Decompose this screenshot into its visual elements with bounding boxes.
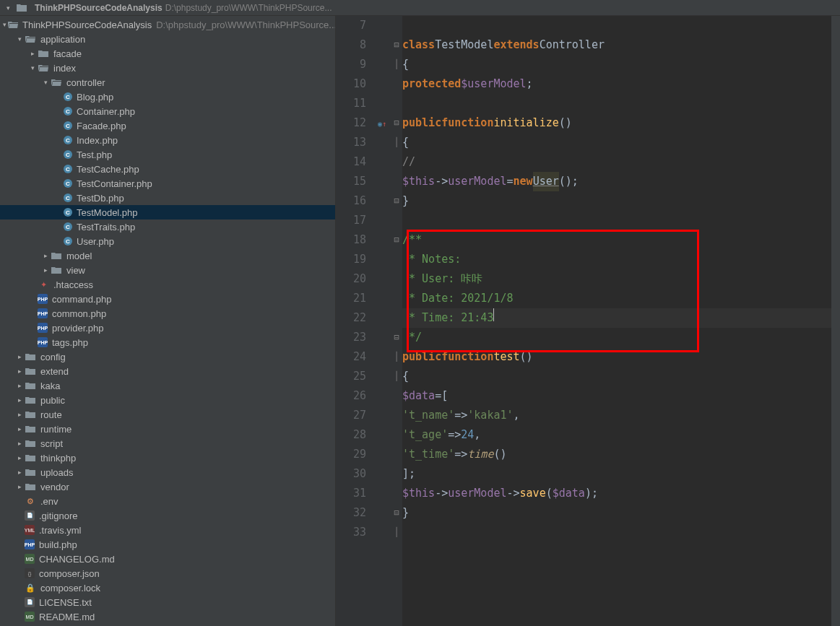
code-line[interactable]: protected $userModel; (402, 74, 831, 94)
tree-item[interactable]: ▾ThinkPHPSourceCodeAnalysisD:\phpstudy_p… (0, 17, 335, 32)
tree-item[interactable]: ▸CTestModel.php (0, 205, 335, 219)
tree-item[interactable]: ▸uploads (0, 465, 335, 479)
chevron-right-icon[interactable]: ▸ (42, 266, 49, 274)
chevron-down-icon[interactable]: ▾ (4, 4, 12, 12)
code-line[interactable]: public function test () (402, 347, 831, 367)
chevron-down-icon[interactable]: ▾ (3, 21, 7, 28)
code-line[interactable]: } (402, 503, 831, 523)
code-editor[interactable]: 7891011121314151617181920212223242526272… (336, 16, 840, 626)
tree-item[interactable]: ▸thinkphp (0, 451, 335, 465)
tree-item[interactable]: ▸📄LICENSE.txt (0, 595, 335, 609)
code-line[interactable]: * Date: 2021/1/8 (402, 289, 831, 308)
tree-item[interactable]: ▸⚙.env (0, 494, 335, 508)
chevron-right-icon[interactable]: ▸ (42, 252, 49, 259)
tree-item-label: ThinkPHPSourceCodeAnalysis (22, 19, 152, 30)
code-line[interactable]: { (402, 367, 831, 386)
tree-item[interactable]: ▸MDREADME.md (0, 609, 335, 624)
code-line[interactable]: public function initialize () (402, 113, 831, 133)
fold-toggle-icon[interactable]: ⊟ (391, 35, 402, 55)
tree-item[interactable]: ▸vendor (0, 479, 335, 494)
fold-toggle-icon[interactable]: ⊟ (391, 328, 402, 347)
code-line[interactable]: 't_age' => 24, (402, 425, 831, 445)
tree-item[interactable]: ▾index (0, 61, 335, 75)
tree-item[interactable]: ▸✦.htaccess (0, 277, 335, 292)
code-line[interactable]: 't_time' => time() (402, 445, 831, 464)
code-line[interactable]: } (402, 191, 831, 211)
code-line[interactable]: * User: 咔咔 (402, 269, 831, 289)
tree-item[interactable]: ▸CTestDb.php (0, 191, 335, 205)
code-line[interactable]: // (402, 152, 831, 172)
code-line[interactable]: ]; (402, 464, 831, 484)
chevron-right-icon[interactable]: ▸ (16, 382, 23, 389)
chevron-right-icon[interactable]: ▸ (29, 50, 36, 57)
chevron-down-icon[interactable]: ▾ (29, 64, 36, 71)
chevron-down-icon[interactable]: ▾ (42, 79, 49, 86)
tree-item[interactable]: ▸CTestContainer.php (0, 176, 335, 191)
tree-item[interactable]: ▸📄.gitignore (0, 508, 335, 523)
code-line[interactable]: /** (402, 230, 831, 250)
chevron-right-icon[interactable]: ▸ (16, 454, 23, 461)
fold-toggle-icon[interactable]: ⊟ (391, 113, 402, 133)
tree-item[interactable]: ▾application (0, 32, 335, 46)
tree-item[interactable]: ▸kaka (0, 378, 335, 393)
code-line[interactable]: * Notes: (402, 250, 831, 269)
tree-item[interactable]: ▸CTestTraits.php (0, 219, 335, 234)
code-line[interactable] (402, 211, 831, 230)
code-line[interactable]: $this->userModel->save($data); (402, 484, 831, 503)
code-line[interactable]: { (402, 133, 831, 152)
fold-toggle-icon[interactable]: ⊟ (391, 503, 402, 523)
code-line[interactable]: * Time: 21:43 (402, 308, 831, 328)
tree-item[interactable]: ▸CFacade.php (0, 118, 335, 133)
code-area[interactable]: class TestModel extends Controller { pro… (402, 16, 831, 626)
fold-toggle-icon[interactable]: ⊟ (391, 191, 402, 211)
chevron-right-icon[interactable]: ▸ (16, 353, 23, 360)
tree-item[interactable]: ▸PHPtags.php (0, 335, 335, 349)
tree-item[interactable]: ▸script (0, 436, 335, 451)
tree-item[interactable]: ▸MDCHANGELOG.md (0, 552, 335, 566)
line-number: 25 (336, 367, 366, 386)
code-line[interactable]: class TestModel extends Controller (402, 35, 831, 55)
code-line[interactable] (402, 16, 831, 35)
tree-item[interactable]: ▸runtime (0, 422, 335, 436)
vertical-scrollbar[interactable] (831, 16, 840, 626)
code-line[interactable]: 't_name' => 'kaka1', (402, 406, 831, 425)
tree-item[interactable]: ▸YML.travis.yml (0, 523, 335, 537)
tree-item[interactable]: ▸config (0, 349, 335, 364)
code-line[interactable] (402, 94, 831, 113)
code-line[interactable]: $this->userModel = new User(); (402, 172, 831, 191)
code-line[interactable] (402, 523, 831, 542)
tree-item[interactable]: ▸CUser.php (0, 234, 335, 248)
tree-item[interactable]: ▸CIndex.php (0, 133, 335, 147)
tree-item[interactable]: ▸CTestCache.php (0, 162, 335, 176)
tree-item[interactable]: ▸🔒composer.lock (0, 581, 335, 595)
code-line[interactable]: { (402, 55, 831, 74)
tree-item[interactable]: ▸CBlog.php (0, 90, 335, 104)
chevron-right-icon[interactable]: ▸ (16, 440, 23, 447)
chevron-right-icon[interactable]: ▸ (16, 411, 23, 418)
chevron-right-icon[interactable]: ▸ (16, 469, 23, 476)
tree-item[interactable]: ▾controller (0, 75, 335, 90)
code-line[interactable]: */ (402, 328, 831, 347)
chevron-right-icon[interactable]: ▸ (16, 483, 23, 490)
tree-item[interactable]: ▸public (0, 393, 335, 407)
tree-item[interactable]: ▸CTest.php (0, 147, 335, 162)
fold-toggle-icon[interactable]: ⊟ (391, 230, 402, 250)
tree-item[interactable]: ▸PHPprovider.php (0, 321, 335, 335)
tree-item[interactable]: ▸route (0, 407, 335, 422)
tree-item[interactable]: ▸PHPcommand.php (0, 292, 335, 306)
tree-item[interactable]: ▸facade (0, 46, 335, 61)
tree-item[interactable]: ▸PHPbuild.php (0, 537, 335, 552)
tree-item[interactable]: ▸PHPcommon.php (0, 306, 335, 321)
tree-item[interactable]: ▸CContainer.php (0, 104, 335, 118)
tree-item[interactable]: ▸extend (0, 364, 335, 378)
code-line[interactable]: $data = [ (402, 386, 831, 406)
tree-item[interactable]: ▸model (0, 248, 335, 263)
tree-item[interactable]: ▸view (0, 263, 335, 277)
chevron-right-icon[interactable]: ▸ (16, 368, 23, 375)
project-tree[interactable]: ▾ThinkPHPSourceCodeAnalysisD:\phpstudy_p… (0, 16, 336, 626)
chevron-right-icon[interactable]: ▸ (16, 425, 23, 432)
chevron-right-icon[interactable]: ▸ (16, 396, 23, 404)
tree-item[interactable]: ▸{}composer.json (0, 566, 335, 581)
chevron-down-icon[interactable]: ▾ (16, 35, 23, 43)
breadcrumb-project[interactable]: ThinkPHPSourceCodeAnalysis (35, 3, 163, 13)
